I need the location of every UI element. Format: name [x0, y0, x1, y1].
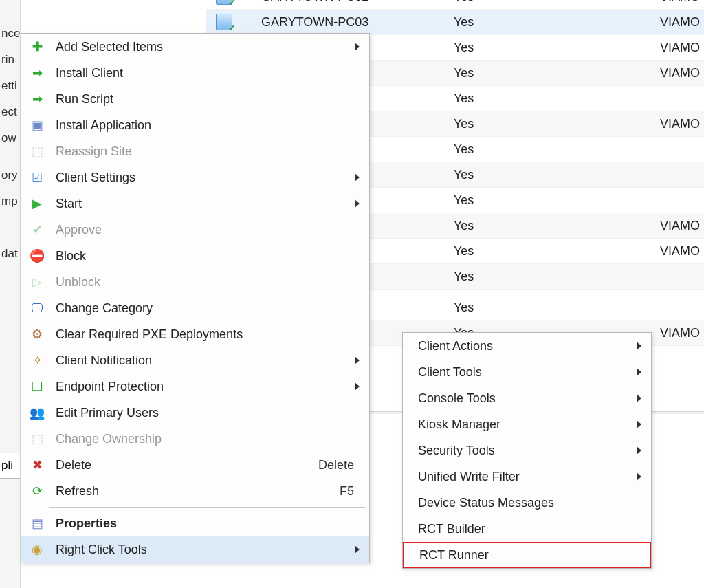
tree-item-selected[interactable]: pli	[0, 453, 20, 479]
menu-item-add-selected-items[interactable]: ✚Add Selected Items	[21, 34, 369, 60]
shield-icon: ❏	[28, 378, 46, 395]
tree-item[interactable]: nce	[0, 21, 20, 47]
menu-shortcut: F5	[340, 484, 354, 499]
tree-item[interactable]: ory	[0, 162, 20, 188]
tree-item[interactable]: rin	[0, 47, 20, 73]
chevron-right-icon	[355, 382, 360, 391]
device-client: Yes	[454, 41, 660, 55]
menu-item-label: Start	[56, 197, 355, 211]
submenu-item-label: Console Tools	[418, 391, 637, 406]
menu-item-unblock: ▷Unblock	[21, 269, 369, 295]
device-client: Yes	[454, 117, 660, 131]
menu-item-label: Change Ownership	[56, 432, 360, 446]
menu-item-start[interactable]: ▶Start	[21, 190, 369, 217]
submenu-item-label: Security Tools	[418, 444, 637, 458]
submenu-item-device-status-messages[interactable]: Device Status Messages	[403, 490, 651, 516]
chevron-right-icon	[355, 545, 360, 554]
device-client: Yes	[454, 168, 660, 182]
users-icon: 👥	[28, 404, 46, 422]
submenu-item-label: Device Status Messages	[418, 496, 641, 510]
menu-item-client-settings[interactable]: ☑Client Settings	[21, 164, 369, 190]
app-icon: ▣	[28, 116, 46, 134]
menu-item-properties[interactable]: ▤Properties	[21, 510, 369, 536]
delete-icon: ✖	[28, 456, 46, 474]
arrow-icon: ➡	[28, 90, 46, 108]
context-submenu[interactable]: Client ActionsClient ToolsConsole ToolsK…	[402, 332, 652, 569]
tree-item[interactable]: etti	[0, 73, 20, 99]
device-user: VIAMO	[660, 117, 704, 131]
device-row[interactable]: GARYTOWN-PC03YesVIAMO	[206, 10, 704, 35]
submenu-item-security-tools[interactable]: Security Tools	[403, 437, 651, 464]
submenu-item-rct-runner[interactable]: RCT Runner	[403, 542, 651, 568]
unblock-icon: ▷	[28, 273, 46, 291]
submenu-item-label: Kiosk Manager	[418, 417, 637, 432]
device-client: Yes	[454, 66, 660, 80]
submenu-item-kiosk-manager[interactable]: Kiosk Manager	[403, 411, 651, 437]
device-user: VIAMO	[660, 41, 704, 55]
menu-item-label: Change Category	[56, 301, 360, 316]
device-name: GARYTOWN-PC02	[261, 0, 454, 4]
context-menu[interactable]: ✚Add Selected Items➡Install Client➡Run S…	[21, 33, 370, 563]
rct-icon: ◉	[28, 541, 46, 558]
menu-shortcut: Delete	[318, 458, 354, 472]
submenu-item-label: Unified Write Filter	[418, 470, 637, 484]
device-client: Yes	[454, 15, 660, 30]
device-client: Yes	[454, 301, 660, 315]
submenu-item-unified-write-filter[interactable]: Unified Write Filter	[403, 464, 651, 490]
menu-item-label: Block	[56, 249, 360, 263]
chevron-right-icon	[637, 420, 641, 428]
device-user: VIAMO	[660, 66, 704, 80]
device-user: VIAMO	[660, 219, 704, 233]
device-client: Yes	[454, 0, 660, 4]
submenu-item-client-tools[interactable]: Client Tools	[403, 359, 651, 385]
menu-item-refresh[interactable]: ⟳RefreshF5	[21, 478, 369, 504]
refresh-icon: ⟳	[28, 482, 46, 500]
menu-item-edit-primary-users[interactable]: 👥Edit Primary Users	[21, 400, 369, 426]
chevron-right-icon	[355, 356, 360, 364]
submenu-item-console-tools[interactable]: Console Tools	[403, 385, 651, 411]
menu-item-delete[interactable]: ✖DeleteDelete	[21, 452, 369, 478]
menu-item-label: Edit Primary Users	[56, 406, 360, 420]
device-row[interactable]: GARYTOWN-PC02YesVIAMO	[206, 0, 704, 10]
arrow-icon: ➡	[28, 64, 46, 82]
menu-item-label: Endpoint Protection	[56, 380, 355, 394]
device-icon	[216, 14, 232, 30]
chevron-right-icon	[355, 199, 360, 208]
menu-item-reassign-site: ⬚Reassign Site	[21, 138, 369, 164]
device-user: VIAMO	[660, 326, 704, 340]
menu-item-run-script[interactable]: ➡Run Script	[21, 86, 369, 112]
tree-item[interactable]: dat	[0, 241, 20, 267]
device-client: Yes	[454, 219, 660, 233]
owner-icon: ⬚	[28, 430, 46, 448]
menu-item-right-click-tools[interactable]: ◉Right Click Tools	[21, 536, 369, 563]
submenu-item-label: RCT Builder	[418, 522, 641, 536]
submenu-item-rct-builder[interactable]: RCT Builder	[403, 516, 651, 542]
submenu-item-client-actions[interactable]: Client Actions	[403, 333, 651, 359]
tree-item[interactable]: ow	[0, 125, 20, 151]
menu-item-clear-required-pxe-deployments[interactable]: ⚙Clear Required PXE Deployments	[21, 321, 369, 347]
menu-item-label: Right Click Tools	[56, 543, 355, 557]
menu-item-install-client[interactable]: ➡Install Client	[21, 60, 369, 86]
menu-item-install-application[interactable]: ▣Install Application	[21, 112, 369, 138]
tree-item[interactable]: ect	[0, 99, 20, 125]
menu-item-endpoint-protection[interactable]: ❏Endpoint Protection	[21, 373, 369, 400]
sidebar-tree[interactable]: nce rin etti ect ow ory mp dat pli	[0, 0, 21, 588]
submenu-item-label: RCT Runner	[419, 548, 640, 563]
menu-item-label: Delete	[56, 458, 318, 472]
menu-item-block[interactable]: ⛔Block	[21, 243, 369, 269]
approve-icon: ✔	[28, 221, 46, 239]
tree-item[interactable]: mp	[0, 188, 20, 215]
chevron-right-icon	[355, 173, 360, 182]
pxe-icon: ⚙	[28, 325, 46, 343]
device-client: Yes	[454, 142, 660, 157]
tree-item[interactable]	[0, 215, 20, 241]
menu-item-label: Client Notification	[56, 353, 355, 368]
chevron-right-icon	[637, 394, 641, 402]
menu-item-approve: ✔Approve	[21, 217, 369, 243]
menu-item-change-category[interactable]: 🖵Change Category	[21, 295, 369, 321]
device-name: GARYTOWN-PC03	[261, 15, 454, 30]
menu-item-label: Clear Required PXE Deployments	[56, 327, 360, 342]
device-client: Yes	[454, 244, 660, 259]
menu-item-client-notification[interactable]: ✧Client Notification	[21, 347, 369, 373]
submenu-item-label: Client Tools	[418, 365, 637, 380]
